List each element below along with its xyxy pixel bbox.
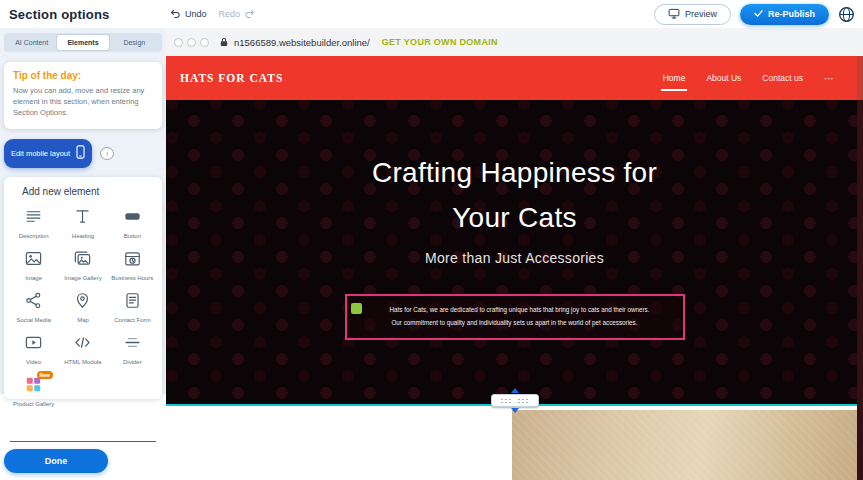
resize-handle-pill bbox=[491, 394, 539, 407]
undo-button[interactable]: Undo bbox=[170, 9, 207, 19]
undo-label: Undo bbox=[185, 9, 207, 19]
element-grid: Description Heading Button Image Image G… bbox=[9, 207, 157, 409]
preview-label: Preview bbox=[685, 9, 717, 19]
redo-label: Redo bbox=[219, 9, 241, 19]
info-icon[interactable]: i bbox=[100, 147, 114, 160]
hero-paragraph-line1: Hats for Cats, we are dedicated to craft… bbox=[353, 303, 677, 316]
redo-icon bbox=[244, 9, 255, 19]
lock-icon bbox=[220, 37, 228, 47]
window-dot-icon bbox=[174, 38, 183, 47]
done-button[interactable]: Done bbox=[4, 449, 108, 473]
tab-design[interactable]: Design bbox=[109, 35, 160, 50]
add-element-heading[interactable]: Heading bbox=[58, 207, 107, 240]
window-dots bbox=[174, 38, 209, 47]
button-icon bbox=[123, 207, 142, 230]
nav-item-home[interactable]: Home bbox=[663, 73, 686, 83]
drag-dots-icon bbox=[500, 398, 512, 404]
edit-mobile-layout-button[interactable]: Edit mobile layout bbox=[4, 139, 92, 168]
video-icon bbox=[24, 333, 43, 356]
next-section bbox=[166, 406, 863, 480]
preview-scrollbar[interactable] bbox=[857, 56, 863, 480]
sidebar-tabs: AI Content Elements Design bbox=[4, 33, 162, 52]
site-header: HATS FOR CATS Home About Us Contact us ⋯ bbox=[166, 56, 863, 100]
tip-body: Now you can add, move and resize any ele… bbox=[13, 86, 153, 119]
nav-item-contact-us[interactable]: Contact us bbox=[762, 73, 803, 83]
sidebar-divider bbox=[10, 441, 156, 442]
divider-icon bbox=[123, 333, 142, 356]
tab-elements[interactable]: Elements bbox=[57, 35, 108, 50]
section-resize-handle[interactable] bbox=[491, 388, 539, 413]
business-hours-icon bbox=[123, 249, 142, 272]
window-dot-icon bbox=[200, 38, 209, 47]
resize-arrow-up-icon bbox=[511, 388, 519, 393]
add-element-map[interactable]: Map bbox=[58, 291, 107, 324]
add-element-image[interactable]: Image bbox=[9, 249, 58, 282]
site-url: n1566589.websitebuilder.online/ bbox=[234, 37, 370, 48]
edit-mobile-label: Edit mobile layout bbox=[11, 149, 70, 158]
description-icon bbox=[24, 207, 43, 230]
heading-icon bbox=[73, 207, 92, 230]
nav-more-options-icon[interactable]: ⋯ bbox=[824, 73, 835, 84]
nav-item-about-us[interactable]: About Us bbox=[706, 73, 741, 83]
text-element-handle[interactable] bbox=[351, 303, 362, 314]
add-element-description[interactable]: Description bbox=[9, 207, 58, 240]
hero-title-line1: Crafting Happiness for bbox=[372, 150, 657, 195]
hero-paragraph-line2: Our commitment to quality and individual… bbox=[353, 316, 677, 329]
contact-form-icon bbox=[123, 291, 142, 314]
site-nav: Home About Us Contact us ⋯ bbox=[663, 73, 835, 84]
selected-text-element[interactable]: Hats for Cats, we are dedicated to craft… bbox=[345, 294, 685, 340]
html-module-icon bbox=[73, 333, 92, 356]
preview-area: n1566589.websitebuilder.online/ GET YOUR… bbox=[166, 28, 863, 480]
topbar: Section options Undo Redo Preview bbox=[0, 0, 863, 28]
add-element-contact-form[interactable]: Contact Form bbox=[108, 291, 157, 324]
add-element-image-gallery[interactable]: Image Gallery bbox=[58, 249, 107, 282]
tip-title: Tip of the day: bbox=[13, 70, 153, 81]
tip-of-the-day-card: Tip of the day: Now you can add, move an… bbox=[4, 62, 162, 129]
redo-button[interactable]: Redo bbox=[219, 9, 256, 19]
undo-redo-group: Undo Redo bbox=[170, 0, 255, 28]
browser-bar: n1566589.websitebuilder.online/ GET YOUR… bbox=[166, 28, 863, 56]
hero-title-line2: Your Cats bbox=[372, 195, 657, 240]
language-globe-icon[interactable] bbox=[838, 6, 855, 23]
phone-icon bbox=[76, 145, 85, 161]
tab-ai-content[interactable]: AI Content bbox=[6, 35, 57, 50]
site-logo[interactable]: HATS FOR CATS bbox=[180, 72, 283, 84]
image-icon bbox=[24, 249, 43, 272]
page-title: Section options bbox=[9, 7, 110, 22]
app: Section options Undo Redo Preview bbox=[0, 0, 863, 480]
republish-button[interactable]: Re-Publish bbox=[740, 4, 829, 25]
add-element-panel: Add new element Description Heading Butt… bbox=[4, 177, 162, 399]
add-element-button[interactable]: Button bbox=[108, 207, 157, 240]
new-badge: New bbox=[37, 371, 53, 379]
next-section-image[interactable] bbox=[512, 410, 857, 480]
check-icon bbox=[754, 9, 763, 19]
hero-title[interactable]: Crafting Happiness for Your Cats bbox=[372, 150, 657, 240]
topbar-actions: Preview Re-Publish bbox=[654, 0, 855, 28]
get-your-own-domain-link[interactable]: GET YOUR OWN DOMAIN bbox=[382, 37, 498, 47]
sidebar: AI Content Elements Design Tip of the da… bbox=[0, 28, 166, 480]
resize-arrow-down-icon bbox=[511, 408, 519, 413]
add-element-social-media[interactable]: Social Media bbox=[9, 291, 58, 324]
hero-subtitle[interactable]: More than Just Accessories bbox=[425, 250, 604, 266]
monitor-icon bbox=[668, 8, 680, 21]
add-panel-title: Add new element bbox=[22, 186, 157, 197]
hero-section: Crafting Happiness for Your Cats More th… bbox=[166, 100, 863, 406]
image-gallery-icon bbox=[73, 249, 92, 272]
add-element-video[interactable]: Video bbox=[9, 333, 58, 366]
window-dot-icon bbox=[187, 38, 196, 47]
add-element-divider[interactable]: Divider bbox=[108, 333, 157, 366]
mobile-layout-row: Edit mobile layout i bbox=[4, 139, 162, 168]
undo-icon bbox=[170, 9, 181, 19]
republish-label: Re-Publish bbox=[768, 9, 815, 19]
social-media-icon bbox=[24, 291, 43, 314]
preview-button[interactable]: Preview bbox=[654, 4, 731, 25]
add-element-html-module[interactable]: HTML Module bbox=[58, 333, 107, 366]
add-element-business-hours[interactable]: Business Hours bbox=[108, 249, 157, 282]
map-icon bbox=[73, 291, 92, 314]
drag-dots-icon bbox=[517, 398, 529, 404]
add-element-product-gallery[interactable]: New Product Gallery bbox=[9, 375, 58, 408]
